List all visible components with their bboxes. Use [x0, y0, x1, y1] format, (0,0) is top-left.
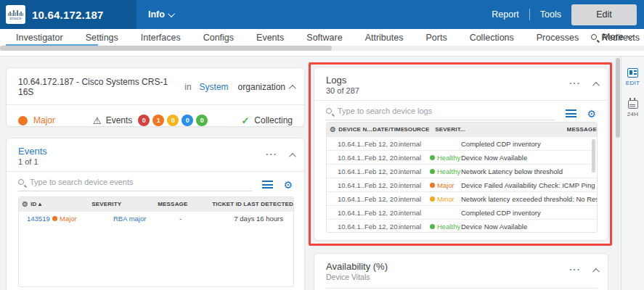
tab-item[interactable]: Settings [84, 29, 120, 46]
severity-dot-icon [430, 224, 435, 229]
filter-list-icon[interactable] [262, 181, 273, 188]
column-header[interactable]: DEVICE N... [338, 126, 372, 133]
tab-item[interactable]: Processes [535, 29, 580, 46]
table-row[interactable]: 10.64.1... Feb 12, 20... internal Major … [327, 178, 597, 191]
grid-settings-icon[interactable]: ⚙ [587, 109, 596, 119]
tab-item[interactable]: Configs [202, 29, 235, 46]
log-message: Completed CDP inventory [461, 209, 597, 217]
more-options-icon[interactable]: ··· [569, 267, 581, 273]
calendar-icon [628, 100, 638, 109]
event-count-badges: 0 1 0 0 0 [138, 115, 208, 126]
logs-search-input[interactable] [338, 107, 555, 115]
tab-item[interactable]: Collections [468, 29, 515, 46]
column-header[interactable]: MESSAGE [567, 126, 597, 133]
time-range-button[interactable]: 24H [621, 98, 644, 117]
severity-dot-icon [430, 155, 435, 160]
tab-item[interactable]: Ports [424, 29, 448, 46]
logs-scrollbar-thumb[interactable] [592, 139, 595, 173]
column-header[interactable]: DATE/TIME... [372, 126, 404, 133]
event-count-badge[interactable]: 0 [196, 115, 208, 126]
table-row[interactable]: 143519 Major RBA major - 7 days 16 hours [19, 211, 293, 225]
tab-item[interactable]: Investigator [15, 29, 65, 46]
log-source: internal [399, 140, 430, 148]
logs-table: ⚙ DEVICE N...DATE/TIME...SOURCESEVERIT..… [326, 122, 598, 233]
column-header[interactable]: TICKET ID [212, 201, 243, 207]
cisco-logo-bars [8, 10, 24, 16]
log-severity: Healthy [437, 223, 460, 231]
horizontal-scrollbar[interactable] [0, 46, 644, 51]
top-bar-device-section: cisco 10.64.172.187 [0, 0, 136, 29]
organization-suffix: organization [238, 82, 285, 92]
vertical-scrollbar-thumb[interactable] [616, 58, 620, 138]
table-row[interactable]: 10.64.1... Feb 12, 20... internal Minor … [327, 191, 597, 205]
device-title: 10.64.172.187 - Cisco Systems CRS-1 16S [18, 77, 176, 97]
event-count-badge[interactable]: 0 [182, 115, 193, 126]
column-header[interactable]: ID ▴ [30, 201, 91, 207]
log-device: 10.64.1... [338, 209, 364, 217]
tab-item[interactable]: Attributes [364, 29, 405, 46]
cisco-logo: cisco [6, 5, 25, 24]
column-header[interactable]: SOURCE [404, 126, 435, 133]
log-source: internal [399, 223, 430, 231]
column-settings-icon[interactable]: ⚙ [22, 200, 28, 208]
collecting-status: Collecting [254, 115, 293, 125]
logs-panel: Logs 30 of 287 ··· ⚙ ⚙ DEVICE N...DATE/T… [314, 67, 608, 241]
horizontal-scrollbar-thumb[interactable] [0, 46, 332, 51]
tools-button[interactable]: Tools [540, 9, 561, 20]
top-bar-actions-section: Info Report Tools Edit [136, 0, 644, 29]
event-message-link[interactable]: RBA major [113, 215, 179, 223]
table-row[interactable]: 10.64.1... Feb 12, 20... internal Health… [327, 164, 597, 178]
info-dropdown[interactable]: Info [148, 9, 175, 20]
column-settings-icon[interactable]: ⚙ [330, 125, 336, 133]
events-search-input[interactable] [30, 178, 252, 186]
check-icon: ✓ [241, 115, 249, 126]
collapse-panel-button[interactable] [592, 263, 598, 276]
tab-item[interactable]: Interfaces [139, 29, 182, 46]
collapse-panel-button[interactable] [289, 148, 294, 161]
log-device: 10.64.1... [338, 195, 364, 203]
log-datetime: Feb 12, 20... [364, 140, 399, 148]
log-device: 10.64.1... [338, 140, 364, 148]
column-header[interactable]: SEVERIT... [435, 126, 566, 133]
table-row[interactable]: 10.64.1... Feb 12, 20... internal Comple… [327, 136, 597, 150]
log-message: Network latency exceeded threshold: No R… [461, 195, 597, 203]
warning-triangle-icon: ⚠ [93, 115, 102, 126]
organization-link[interactable]: System [200, 82, 229, 92]
log-datetime: Feb 12, 20... [364, 181, 399, 189]
column-header[interactable]: MESSAGE [158, 201, 212, 207]
event-count-badge[interactable]: 0 [167, 115, 179, 126]
device-ip: 10.64.172.187 [32, 9, 104, 21]
log-severity: Major [437, 181, 455, 189]
filter-list-icon[interactable] [566, 109, 576, 117]
event-count-badge[interactable]: 0 [138, 115, 150, 126]
more-options-icon[interactable]: ··· [569, 80, 581, 86]
table-row[interactable]: 10.64.1... Feb 12, 20... internal Health… [327, 219, 597, 233]
search-icon [326, 108, 332, 114]
edit-button[interactable]: Edit [571, 4, 637, 25]
report-button[interactable]: Report [492, 9, 519, 20]
events-count: 1 of 1 [18, 157, 47, 167]
column-header[interactable]: LAST DETECTED [243, 201, 293, 207]
table-row[interactable]: 10.64.1... Feb 12, 20... internal Comple… [327, 205, 597, 219]
event-count-badge[interactable]: 1 [152, 115, 164, 126]
more-tabs-dropdown[interactable]: More [591, 31, 634, 42]
collapse-panel-button[interactable] [592, 77, 598, 90]
chevron-down-icon [627, 32, 634, 39]
severity-dot-icon [430, 169, 435, 174]
device-summary-card: 10.64.172.187 - Cisco Systems CRS-1 16S … [6, 67, 305, 127]
event-id-link[interactable]: 143519 [27, 215, 52, 223]
log-message: Device Now Available [461, 154, 597, 162]
log-device: 10.64.1... [338, 167, 364, 175]
tab-item[interactable]: Events [255, 29, 285, 46]
column-header[interactable]: SEVERITY [91, 201, 158, 207]
search-icon [18, 179, 24, 185]
tab-item[interactable]: Software [305, 29, 343, 46]
edit-layout-button[interactable]: EDIT [621, 68, 644, 86]
log-source: internal [399, 195, 430, 203]
severity-dot-icon [430, 196, 435, 202]
table-row[interactable]: 10.64.1... Feb 12, 20... internal Health… [327, 150, 597, 164]
collapse-panel-button[interactable] [289, 82, 294, 92]
more-options-icon[interactable]: ··· [266, 152, 277, 157]
events-panel-title[interactable]: Events [18, 146, 47, 157]
grid-settings-icon[interactable]: ⚙ [283, 180, 293, 190]
